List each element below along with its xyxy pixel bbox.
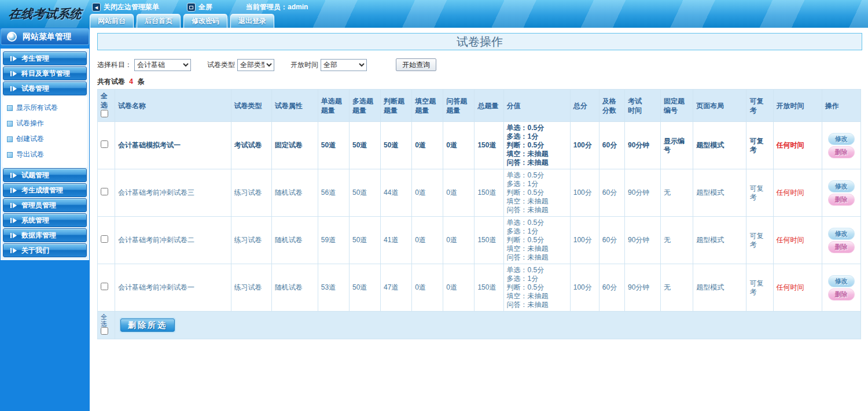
list-square-icon bbox=[7, 121, 13, 127]
query-button[interactable]: 开始查询 bbox=[396, 58, 436, 71]
cell-multi: 50道 bbox=[349, 217, 380, 264]
paper-name: 会计基础模拟考试一 bbox=[115, 122, 231, 169]
row-checkbox[interactable] bbox=[101, 140, 108, 148]
cell-judge: 41道 bbox=[381, 217, 412, 264]
main-content: 试卷操作 选择科目： 会计基础 试卷类型 全部类型 开放时间 全部 开始查询 共… bbox=[90, 28, 868, 411]
submenu-item-label: 导出试卷 bbox=[16, 150, 44, 160]
column-header-1: 试卷名称 bbox=[115, 90, 231, 122]
row-checkbox[interactable] bbox=[101, 283, 108, 290]
table-footer-row: 全选删除所选 bbox=[98, 312, 861, 339]
submenu-item-0[interactable]: 显示所有试卷 bbox=[2, 100, 87, 116]
column-header-0: 全选 bbox=[98, 90, 115, 122]
cell-type: 练习试卷 bbox=[231, 217, 271, 264]
sidebar-item-label: 数据库管理 bbox=[21, 231, 56, 240]
tab-1[interactable]: 后台首页 bbox=[137, 14, 181, 28]
edit-button[interactable]: 修改 bbox=[828, 180, 855, 192]
open-time-select[interactable]: 全部 bbox=[321, 59, 367, 71]
cell-retake: 可复考 bbox=[746, 169, 773, 217]
fullscreen-button[interactable]: 全屏 bbox=[187, 2, 212, 12]
list-square-icon bbox=[7, 152, 13, 158]
delete-button[interactable]: 删除 bbox=[828, 194, 855, 206]
cell-qa: 0道 bbox=[443, 122, 475, 169]
sidebar-item-label: 试题管理 bbox=[21, 171, 49, 180]
arrow-play-icon bbox=[10, 233, 17, 238]
sidebar-item-8[interactable]: 关于我们 bbox=[3, 243, 87, 257]
cell-pass: 60分 bbox=[599, 122, 624, 169]
edit-button[interactable]: 修改 bbox=[828, 275, 855, 287]
cell-actions: 修改删除 bbox=[822, 122, 860, 169]
tab-0[interactable]: 网站前台 bbox=[90, 14, 134, 28]
sidebar-item-0[interactable]: 考生管理 bbox=[3, 51, 87, 65]
tab-3[interactable]: 退出登录 bbox=[230, 14, 274, 28]
footer-select-all-checkbox[interactable] bbox=[101, 327, 108, 335]
column-header-3: 试卷属性 bbox=[271, 90, 318, 122]
cell-single: 50道 bbox=[318, 122, 349, 169]
fullscreen-icon bbox=[187, 3, 196, 12]
subject-select[interactable]: 会计基础 bbox=[134, 59, 191, 71]
sidebar-item-label: 考生管理 bbox=[21, 54, 49, 64]
sidebar-item-label: 系统管理 bbox=[21, 216, 49, 225]
submenu-item-1[interactable]: 试卷操作 bbox=[2, 116, 87, 131]
delete-button[interactable]: 删除 bbox=[828, 241, 855, 253]
tab-2[interactable]: 修改密码 bbox=[183, 14, 227, 28]
sidebar-item-1[interactable]: 科目及章节管理 bbox=[3, 66, 87, 80]
cell-retake: 可复考 bbox=[746, 122, 773, 169]
sidebar-submenu: 显示所有试卷试卷操作创建试卷导出试卷 bbox=[2, 97, 87, 167]
paper-name: 会计基础考前冲刺试卷三 bbox=[115, 169, 231, 217]
summary-prefix: 共有试卷 bbox=[97, 77, 125, 86]
sidebar-item-5[interactable]: 管理员管理 bbox=[3, 198, 87, 212]
sidebar-item-3[interactable]: 试题管理 bbox=[3, 168, 87, 182]
cell-attr: 固定试卷 bbox=[271, 122, 318, 169]
app-logo-text: 在线考试系统 bbox=[8, 6, 83, 22]
cell-multi: 50道 bbox=[349, 264, 380, 312]
delete-button[interactable]: 删除 bbox=[828, 288, 855, 301]
sidebar-item-4[interactable]: 考生成绩管理 bbox=[3, 183, 87, 197]
delete-selected-button[interactable]: 删除所选 bbox=[120, 319, 175, 332]
table-row-2: 会计基础考前冲刺试卷二练习试卷随机试卷59道50道41道0道0道150道单选：0… bbox=[98, 217, 861, 264]
arrow-play-icon bbox=[10, 203, 17, 208]
cell-total: 100分 bbox=[570, 122, 599, 169]
cell-actions: 修改删除 bbox=[822, 264, 860, 312]
paper-type-select[interactable]: 全部类型 bbox=[237, 59, 274, 71]
cell-single: 56道 bbox=[318, 169, 349, 217]
cell-qa: 0道 bbox=[443, 217, 475, 264]
select-all-checkbox[interactable] bbox=[101, 110, 108, 117]
cell-blank: 0道 bbox=[412, 169, 443, 217]
cell-qa: 0道 bbox=[443, 264, 475, 312]
cell-time: 90分钟 bbox=[624, 264, 660, 312]
arrow-play-icon bbox=[10, 56, 17, 61]
column-header-8: 问答题 题量 bbox=[443, 90, 475, 122]
cell-actions: 修改删除 bbox=[822, 169, 860, 217]
close-left-menu-button[interactable]: ◄ 关闭左边管理菜单 bbox=[92, 2, 159, 12]
sidebar-header: 网站菜单管理 bbox=[1, 28, 89, 45]
papers-table: 全选试卷名称试卷类型试卷属性单选题 题量多选题 题量判断题 题量填空题 题量问答… bbox=[97, 89, 861, 339]
edit-button[interactable]: 修改 bbox=[828, 228, 855, 240]
row-checkbox[interactable] bbox=[101, 188, 108, 195]
arrow-play-icon bbox=[10, 71, 17, 76]
cell-judge: 44道 bbox=[381, 169, 412, 217]
edit-button[interactable]: 修改 bbox=[828, 133, 855, 145]
sidebar-item-7[interactable]: 数据库管理 bbox=[3, 228, 87, 242]
cell-fixed_no: 显示编号 bbox=[661, 122, 693, 169]
result-summary: 共有试卷 4 条 bbox=[97, 77, 862, 87]
table-row-0: 会计基础模拟考试一考试试卷固定试卷50道50道50道0道0道150道单选：0.5… bbox=[98, 122, 861, 169]
cell-open-time: 任何时间 bbox=[773, 217, 822, 264]
column-header-10: 分值 bbox=[503, 90, 570, 122]
row-checkbox[interactable] bbox=[101, 235, 108, 243]
top-bar: 在线考试系统 ◄ 关闭左边管理菜单 全屏 当前管理员：admin 网站前台后台首… bbox=[0, 0, 868, 28]
delete-button[interactable]: 删除 bbox=[828, 146, 855, 158]
cell-fixed_no: 无 bbox=[661, 217, 693, 264]
column-header-12: 及格 分数 bbox=[599, 90, 624, 122]
filter-bar: 选择科目： 会计基础 试卷类型 全部类型 开放时间 全部 开始查询 bbox=[97, 58, 862, 71]
submenu-item-3[interactable]: 导出试卷 bbox=[2, 147, 87, 162]
sidebar-item-6[interactable]: 系统管理 bbox=[3, 213, 87, 227]
cell-total: 100分 bbox=[570, 217, 599, 264]
cell-blank: 0道 bbox=[412, 122, 443, 169]
fullscreen-label: 全屏 bbox=[198, 2, 212, 12]
footer-actions-cell: 删除所选 bbox=[115, 312, 861, 339]
column-header-13: 考试 时间 bbox=[624, 90, 660, 122]
nav-tabs: 网站前台后台首页修改密码退出登录 bbox=[90, 14, 868, 28]
sidebar-item-2[interactable]: 试卷管理 bbox=[3, 82, 87, 95]
cell-total_q: 150道 bbox=[475, 264, 503, 312]
submenu-item-2[interactable]: 创建试卷 bbox=[2, 131, 87, 147]
